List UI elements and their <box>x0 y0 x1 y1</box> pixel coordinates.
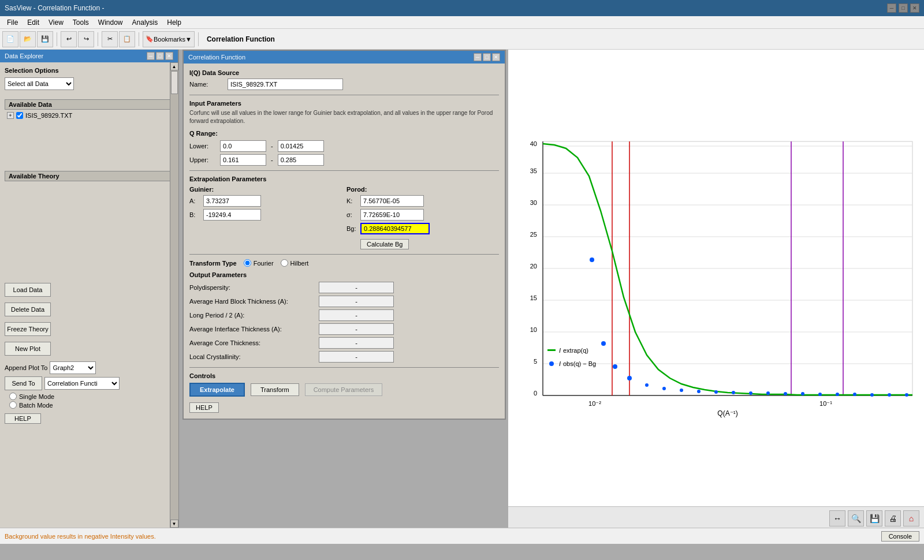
chart-save-btn[interactable]: 💾 <box>866 510 882 527</box>
lower-min-input[interactable] <box>220 140 266 152</box>
chart-arrow-btn[interactable]: ↔ <box>829 510 845 527</box>
a-input[interactable] <box>203 195 261 207</box>
bookmark-btn[interactable]: 🔖 Bookmarks ▼ <box>143 31 195 47</box>
chart-print-btn[interactable]: 🖨 <box>885 510 901 527</box>
select-all-data-dropdown[interactable]: Select all Data <box>5 77 74 90</box>
menu-help[interactable]: Help <box>162 17 186 28</box>
send-to-row: Send To Correlation Functi <box>5 376 173 390</box>
graph-select[interactable]: Graph2 <box>50 361 96 374</box>
q-range-label: Q Range: <box>189 130 499 137</box>
undo-btn[interactable]: ↩ <box>61 31 77 47</box>
b-input[interactable] <box>203 209 261 221</box>
transform-btn[interactable]: Transform <box>251 383 299 396</box>
local-crystallinity-value: - <box>319 351 394 363</box>
maximize-btn[interactable]: □ <box>899 3 908 13</box>
lower-max-input[interactable] <box>278 140 324 152</box>
available-theory-header[interactable]: Available Theory <box>5 171 173 181</box>
hilbert-radio[interactable] <box>281 259 288 267</box>
y-tick-20: 20 <box>530 263 537 270</box>
open-btn[interactable]: 📂 <box>20 31 36 47</box>
upper-min-input[interactable] <box>220 154 266 166</box>
upper-max-input[interactable] <box>278 154 324 166</box>
corr-func-select[interactable]: Correlation Functi <box>44 377 120 390</box>
chart-home-btn[interactable]: ⌂ <box>903 510 919 527</box>
extrap-params-group: Extrapolation Parameters Guinier: A: B: <box>189 176 499 249</box>
data-explorer-help-btn[interactable]: HELP <box>5 413 41 424</box>
bg-row: Bg: <box>346 223 499 234</box>
app-title: SasView - Correlation Function - <box>5 4 105 12</box>
bg-input[interactable] <box>360 223 430 234</box>
fourier-radio-label[interactable]: Fourier <box>244 259 274 267</box>
dialog-close-btn[interactable]: ✕ <box>492 53 500 61</box>
menu-tools[interactable]: Tools <box>68 17 94 28</box>
tree-expand-btn[interactable]: + <box>7 112 14 119</box>
extrap-grid: Guinier: A: B: Porod: <box>189 186 499 249</box>
chart-search-btn[interactable]: 🔍 <box>848 510 864 527</box>
available-data-header[interactable]: Available Data <box>5 99 173 110</box>
cut-btn[interactable]: ✂ <box>102 31 118 47</box>
status-bar: Background value results in negative Int… <box>0 528 924 544</box>
dialog-help-btn[interactable]: HELP <box>189 402 219 413</box>
k-input[interactable] <box>360 195 424 207</box>
legend-dot2 <box>549 361 554 366</box>
data-point-16 <box>836 393 839 396</box>
toolbar-sep1 <box>57 32 57 46</box>
extrapolate-btn[interactable]: Extrapolate <box>189 383 245 397</box>
y-tick-35: 35 <box>530 167 537 174</box>
panel-scrollbar[interactable]: ▲ ▼ <box>170 62 178 528</box>
compute-params-btn[interactable]: Compute Parameters <box>305 383 383 396</box>
send-to-btn[interactable]: Send To <box>5 376 42 390</box>
controls-section: Controls Extrapolate Transform Compute P… <box>189 372 499 413</box>
hilbert-radio-label[interactable]: Hilbert <box>281 259 309 267</box>
data-file-checkbox[interactable] <box>16 112 23 119</box>
minimize-btn[interactable]: ─ <box>887 3 896 13</box>
panel-close-btn[interactable]: ✕ <box>165 52 173 60</box>
menu-window[interactable]: Window <box>94 17 128 28</box>
x-tick-1e-1: 10⁻¹ <box>819 400 832 407</box>
chart-toolbar: ↔ 🔍 💾 🖨 ⌂ <box>508 506 924 529</box>
input-params-label: Input Parameters <box>189 100 499 107</box>
name-input[interactable] <box>228 79 343 90</box>
upper-dash: - <box>271 156 273 163</box>
new-plot-btn[interactable]: New Plot <box>5 342 51 356</box>
scroll-down-arrow[interactable]: ▼ <box>170 520 178 528</box>
input-params-group: Input Parameters Corfunc will use all va… <box>189 100 499 125</box>
calc-bg-row: Calculate Bg <box>360 237 499 249</box>
menu-view[interactable]: View <box>44 17 68 28</box>
redo-btn[interactable]: ↪ <box>78 31 94 47</box>
sigma-input[interactable] <box>360 209 424 221</box>
selection-options-area: Selection Options Select all Data <box>0 62 178 92</box>
delete-data-btn[interactable]: Delete Data <box>5 303 51 316</box>
menu-edit[interactable]: Edit <box>23 17 44 28</box>
dialog-maximize-btn[interactable]: □ <box>483 53 491 61</box>
single-mode-radio[interactable]: Single Mode <box>9 393 173 400</box>
scroll-thumb[interactable] <box>171 71 178 94</box>
menu-bar: File Edit View Tools Window Analysis Hel… <box>0 16 924 29</box>
single-mode-label: Single Mode <box>19 393 54 400</box>
status-message: Background value results in negative Int… <box>5 533 156 540</box>
data-point-11 <box>749 391 752 395</box>
new-file-btn[interactable]: 📄 <box>2 31 18 47</box>
main-area: Data Explorer ─ □ ✕ Selection Options Se… <box>0 50 924 544</box>
menu-file[interactable]: File <box>2 17 23 28</box>
calc-bg-btn[interactable]: Calculate Bg <box>360 239 409 249</box>
scroll-up-arrow[interactable]: ▲ <box>170 62 178 70</box>
freeze-theory-btn[interactable]: Freeze Theory <box>5 322 51 336</box>
hard-block-value: - <box>319 296 394 307</box>
save-btn[interactable]: 💾 <box>37 31 53 47</box>
panel-maximize-btn[interactable]: □ <box>156 52 164 60</box>
core-thickness-value: - <box>319 337 394 349</box>
load-data-btn[interactable]: Load Data <box>5 283 51 297</box>
interface-thickness-value: - <box>319 323 394 335</box>
dialog-minimize-btn[interactable]: ─ <box>474 53 482 61</box>
menu-analysis[interactable]: Analysis <box>128 17 163 28</box>
console-btn[interactable]: Console <box>881 531 919 542</box>
bg-label: Bg: <box>346 225 358 232</box>
close-btn[interactable]: ✕ <box>910 3 919 13</box>
fourier-radio[interactable] <box>244 259 251 267</box>
copy-btn[interactable]: 📋 <box>119 31 135 47</box>
legend-line1 <box>547 349 556 351</box>
batch-mode-radio[interactable]: Batch Mode <box>9 401 173 409</box>
panel-minimize-btn[interactable]: ─ <box>147 52 155 60</box>
data-point-6 <box>662 387 666 390</box>
